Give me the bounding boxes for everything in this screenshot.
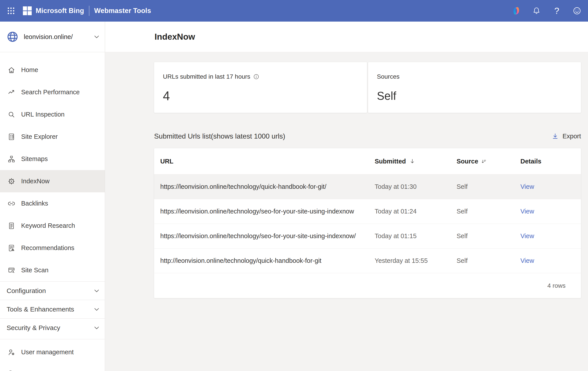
sidebar-item-label: URL Inspection: [21, 111, 64, 118]
link-icon: [7, 199, 16, 208]
site-name: leonvision.online/: [24, 33, 73, 41]
source-cell: Self: [457, 257, 520, 264]
chevron-down-icon: [93, 306, 100, 313]
sidebar-item-site-explorer[interactable]: Site Explorer: [0, 126, 105, 148]
page-title: IndexNow: [155, 32, 195, 42]
rows-count: 4 rows: [547, 282, 566, 289]
top-app-bar: Microsoft Bing Webmaster Tools: [0, 0, 588, 22]
page-header: IndexNow: [105, 22, 588, 52]
document-list-icon: [7, 221, 16, 231]
url-cell: https://leonvision.online/technology/qui…: [154, 182, 375, 191]
sort-filter-icon: [481, 158, 487, 164]
stat-label: URLs submitted in last 17 hours: [163, 73, 250, 80]
chevron-down-icon: [93, 324, 100, 332]
table-row: http://leonvision.online/technology/quic…: [154, 248, 581, 273]
urls-submitted-card: URLs submitted in last 17 hours 4: [154, 62, 367, 113]
page-content: URLs submitted in last 17 hours 4 Source…: [105, 52, 588, 298]
chevron-down-icon: [93, 287, 100, 295]
list-header-row: Submitted Urls list(shows latest 1000 ur…: [154, 132, 581, 140]
info-icon[interactable]: [253, 73, 260, 80]
sidebar-item-label: Search Performance: [21, 88, 80, 96]
section-label: Security & Privacy: [7, 324, 60, 332]
feedback-button[interactable]: [571, 5, 583, 17]
url-cell: https://leonvision.online/technology/seo…: [154, 207, 375, 216]
sidebar-item-recommendations[interactable]: Recommendations: [0, 237, 105, 259]
clarity-icon: [7, 370, 16, 371]
sidebar-item-label: IndexNow: [21, 178, 50, 185]
sidebar-item-sitemaps[interactable]: Sitemaps: [0, 148, 105, 170]
view-link[interactable]: View: [520, 183, 534, 190]
sidebar-item-label: Site Scan: [21, 267, 48, 274]
copilot-icon: [511, 6, 521, 16]
sidebar-item-label: Sitemaps: [21, 155, 48, 163]
sidebar-item-user-management[interactable]: User management: [0, 341, 105, 363]
table-header-row: URL Submitted Source: [154, 148, 581, 174]
search-icon: [7, 110, 16, 120]
column-header-source[interactable]: Source: [457, 158, 520, 165]
export-button[interactable]: Export: [551, 133, 581, 140]
bell-icon: [532, 6, 541, 15]
sidebar-section-security-privacy[interactable]: Security & Privacy: [0, 318, 105, 337]
help-icon: ?: [554, 6, 559, 15]
microsoft-logo-icon: [23, 6, 32, 15]
section-label: Configuration: [7, 287, 46, 295]
sidebar-item-home[interactable]: Home: [0, 59, 105, 81]
smiley-icon: [572, 6, 582, 15]
browser-search-icon: [7, 265, 16, 275]
brand-divider: [89, 6, 89, 16]
view-link[interactable]: View: [520, 232, 534, 240]
globe-icon: [6, 30, 19, 43]
column-header-submitted[interactable]: Submitted: [375, 158, 457, 165]
stat-cards: URLs submitted in last 17 hours 4 Source…: [154, 62, 581, 113]
table-row: https://leonvision.online/technology/qui…: [154, 174, 581, 199]
chevron-down-icon: [93, 33, 100, 41]
submitted-cell: Today at 01:30: [375, 183, 457, 190]
stat-value: Self: [377, 89, 572, 102]
sidebar-footer: User management Microsoft Clarity: [0, 339, 105, 371]
section-label: Tools & Enhancements: [7, 306, 74, 313]
help-button[interactable]: ?: [551, 5, 562, 17]
app-launcher-button[interactable]: [5, 5, 17, 17]
waffle-icon: [7, 7, 15, 15]
sidebar-section-tools-enhancements[interactable]: Tools & Enhancements: [0, 300, 105, 318]
sidebar-item-site-scan[interactable]: Site Scan: [0, 259, 105, 281]
list-heading: Submitted Urls list(shows latest 1000 ur…: [154, 132, 285, 140]
url-cell: https://leonvision.online/technology/seo…: [154, 232, 375, 240]
submitted-cell: Today at 01:15: [375, 232, 457, 240]
sidebar-item-search-performance[interactable]: Search Performance: [0, 81, 105, 103]
column-header-url: URL: [154, 158, 375, 165]
sidebar-item-label: Recommendations: [21, 244, 74, 251]
sidebar-item-microsoft-clarity[interactable]: Microsoft Clarity: [0, 363, 105, 371]
export-label: Export: [562, 133, 581, 140]
download-icon: [551, 133, 559, 140]
product-name[interactable]: Webmaster Tools: [94, 7, 151, 15]
view-link[interactable]: View: [520, 208, 534, 215]
source-cell: Self: [457, 232, 520, 240]
copilot-button[interactable]: [511, 5, 522, 17]
home-icon: [7, 65, 16, 75]
sidebar: leonvision.online/ Home Search Performan…: [0, 22, 105, 371]
site-selector[interactable]: leonvision.online/: [0, 22, 105, 52]
sidebar-item-label: Keyword Research: [21, 222, 75, 229]
notifications-button[interactable]: [531, 5, 542, 17]
sidebar-item-label: Site Explorer: [21, 133, 58, 140]
person-gear-icon: [7, 348, 16, 357]
source-cell: Self: [457, 208, 520, 215]
brand-name[interactable]: Microsoft Bing: [36, 7, 84, 15]
sidebar-item-label: Backlinks: [21, 200, 48, 207]
main-area: IndexNow URLs submitted in last 17 hours…: [105, 22, 588, 371]
org-chart-icon: [7, 154, 16, 164]
gear-icon: [7, 176, 16, 186]
sidebar-section-configuration[interactable]: Configuration: [0, 281, 105, 300]
submitted-cell: Yesterday at 15:55: [375, 257, 457, 264]
sidebar-item-backlinks[interactable]: Backlinks: [0, 192, 105, 215]
sources-card: Sources Self: [368, 62, 581, 113]
sidebar-item-keyword-research[interactable]: Keyword Research: [0, 215, 105, 237]
sidebar-item-url-inspection[interactable]: URL Inspection: [0, 103, 105, 126]
view-link[interactable]: View: [520, 257, 534, 264]
submitted-urls-table: URL Submitted Source: [154, 148, 581, 298]
sidebar-item-indexnow[interactable]: IndexNow: [0, 170, 105, 192]
checklist-icon: [7, 132, 16, 142]
trending-up-icon: [7, 87, 16, 97]
url-cell: http://leonvision.online/technology/quic…: [154, 256, 375, 265]
